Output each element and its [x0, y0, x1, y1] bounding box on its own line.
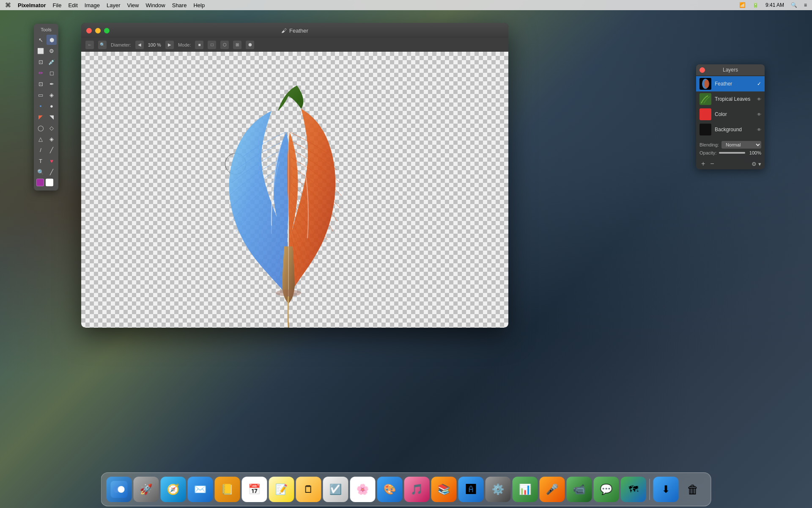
tool-zoom[interactable]: 🔍 [36, 167, 46, 177]
diameter-decrease-btn[interactable]: ◀ [135, 41, 144, 49]
tool-crop[interactable]: ⊡ [36, 57, 46, 67]
tool-pen[interactable]: ✒ [47, 79, 57, 89]
tool-move[interactable]: ↖ [36, 35, 46, 45]
layer-name-leaves: Tropical Leaves [715, 96, 754, 102]
dock-icon-sysprefs[interactable]: ⚙️ [486, 477, 511, 502]
tool-rectangle-select[interactable]: ⬜ [36, 46, 46, 56]
tool-color[interactable]: ▪ [36, 101, 46, 111]
tool-sharpen[interactable]: ◇ [47, 123, 57, 133]
dock-icon-mail[interactable]: ✉️ [188, 477, 213, 502]
mode-btn-5[interactable]: ⬢ [246, 41, 254, 49]
layers-close-button[interactable] [700, 67, 705, 73]
tool-pencil[interactable]: / [36, 145, 46, 155]
blending-select[interactable]: Normal Multiply Screen Overlay [721, 141, 761, 149]
menu-help[interactable]: Help [193, 2, 205, 8]
layer-thumb-background [700, 124, 711, 135]
layer-eye-background[interactable]: 👁 [757, 127, 761, 132]
dock-icon-migrate[interactable]: ⬇ [653, 477, 679, 502]
dock-icon-reminders[interactable]: ☑️ [323, 477, 348, 502]
dock-icon-appstore[interactable]: 🅰 [458, 477, 484, 502]
tool-smudge[interactable]: ● [47, 101, 57, 111]
tool-clone[interactable]: ◈ [47, 134, 57, 144]
dock-icon-facetime[interactable]: 📹 [567, 477, 592, 502]
dock-icon-books[interactable]: 📚 [431, 477, 457, 502]
mode-btn-2[interactable]: □ [208, 41, 216, 49]
opacity-slider[interactable] [719, 152, 745, 154]
background-color[interactable] [46, 179, 53, 186]
window-title: 🖌 Feather [281, 28, 308, 34]
tool-paint-bucket[interactable]: ⊡ [36, 79, 46, 89]
dock-icon-keynote[interactable]: 🎤 [540, 477, 565, 502]
dock-icon-messages[interactable]: 💬 [594, 477, 619, 502]
dock-icon-maps[interactable]: 🗺 [621, 477, 646, 502]
dock-icon-finder[interactable] [107, 477, 132, 502]
layer-eye-color[interactable]: 👁 [757, 112, 761, 117]
diameter-increase-btn[interactable]: ▶ [165, 41, 174, 49]
opacity-row: Opacity: 100% [700, 150, 761, 155]
mode-label: Mode: [178, 42, 191, 47]
tool-blur[interactable]: ◯ [36, 123, 46, 133]
dock-icon-photos[interactable]: 🌸 [350, 477, 376, 502]
tool-dodge[interactable]: ◥ [47, 112, 57, 122]
search-icon[interactable]: 🔍 [791, 2, 797, 8]
window-minimize-button[interactable] [95, 28, 101, 33]
apple-menu[interactable]: ⌘ [5, 2, 11, 8]
opacity-value: 100% [748, 150, 761, 155]
toolbar-zoom-btn[interactable]: 🔍 [98, 41, 107, 49]
menu-file[interactable]: File [52, 2, 61, 8]
mode-btn-4[interactable]: ⊞ [233, 41, 241, 49]
foreground-color[interactable] [36, 179, 44, 186]
tool-dropper2[interactable]: ╱ [47, 167, 57, 177]
layer-item-feather[interactable]: Feather ✓ [696, 76, 765, 91]
menu-edit[interactable]: Edit [68, 2, 77, 8]
tool-gradient[interactable]: ◈ [47, 90, 57, 100]
dock-icon-pixelmator[interactable]: 🎨 [377, 477, 403, 502]
menu-share[interactable]: Share [172, 2, 187, 8]
tool-heart[interactable]: ♥ [47, 156, 57, 166]
dock-icon-notes[interactable]: 📝 [269, 477, 294, 502]
tool-line[interactable]: ╱ [47, 145, 57, 155]
tool-text[interactable]: T [36, 156, 46, 166]
menu-bar-left: ⌘ Pixelmator File Edit Image Layer View … [5, 2, 732, 8]
svg-point-0 [276, 290, 301, 296]
tool-eraser[interactable]: ◻ [47, 68, 57, 78]
tools-colors [36, 177, 57, 188]
layer-add-button[interactable]: + [700, 160, 707, 168]
dock-icon-safari[interactable]: 🧭 [161, 477, 186, 502]
layer-settings-button[interactable]: ⚙ ▾ [752, 161, 761, 167]
layer-eye-leaves[interactable]: 👁 [757, 97, 761, 102]
toolbar-back-btn[interactable]: ← [85, 41, 94, 49]
canvas-area[interactable] [81, 52, 508, 328]
dock-icon-trash[interactable]: 🗑 [680, 477, 706, 502]
layer-remove-button[interactable]: − [708, 160, 716, 168]
dock-icon-numbers[interactable]: 📊 [513, 477, 538, 502]
layers-titlebar: Layers [696, 64, 765, 75]
dock-icon-launchpad[interactable]: 🚀 [134, 477, 159, 502]
tool-burn[interactable]: ◤ [36, 112, 46, 122]
menu-image[interactable]: Image [85, 2, 100, 8]
dock-icon-calendar[interactable]: 📅 [242, 477, 267, 502]
layer-item-leaves[interactable]: Tropical Leaves 👁 [696, 91, 765, 107]
tool-lasso[interactable]: ⚙ [47, 46, 57, 56]
tool-select[interactable]: ⬢ [47, 35, 57, 45]
layer-item-background[interactable]: Background 👁 [696, 122, 765, 137]
layer-item-color[interactable]: Color 👁 [696, 107, 765, 122]
mode-btn-1[interactable]: ■ [195, 41, 203, 49]
dock-icon-contacts[interactable]: 📒 [215, 477, 240, 502]
layers-list: Feather ✓ Tropical Leaves 👁 Color [696, 75, 765, 138]
menu-layer[interactable]: Layer [107, 2, 121, 8]
menu-view[interactable]: View [127, 2, 139, 8]
svg-rect-6 [700, 124, 711, 135]
tool-patch[interactable]: △ [36, 134, 46, 144]
menu-window[interactable]: Window [145, 2, 165, 8]
tool-eyedropper[interactable]: 💉 [47, 57, 57, 67]
window-maximize-button[interactable] [104, 28, 110, 33]
tool-shape[interactable]: ▭ [36, 90, 46, 100]
dock-icon-stickies[interactable]: 🗒 [296, 477, 321, 502]
dock-icon-itunes[interactable]: 🎵 [404, 477, 430, 502]
mode-btn-3[interactable]: ⬡ [220, 41, 229, 49]
app-name[interactable]: Pixelmator [18, 2, 46, 8]
tool-brush[interactable]: ✏ [36, 68, 46, 78]
list-icon[interactable]: ≡ [804, 2, 807, 8]
window-close-button[interactable] [86, 28, 92, 33]
